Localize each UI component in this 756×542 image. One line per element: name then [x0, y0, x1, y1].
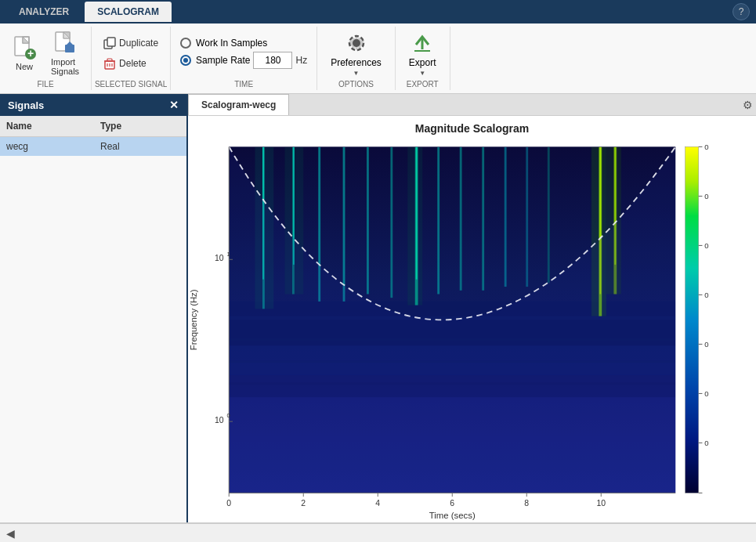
svg-rect-52	[407, 146, 422, 305]
svg-text:0.1: 0.1	[704, 439, 709, 447]
svg-text:0.2: 0.2	[704, 389, 709, 398]
sample-rate-option[interactable]: Sample Rate Hz	[180, 52, 307, 69]
sample-rate-input[interactable]	[253, 52, 292, 69]
signals-row-wecg[interactable]: wecg Real	[0, 137, 186, 156]
signal-type-wecg: Real	[94, 139, 186, 154]
tab-settings-icon[interactable]: ⚙	[740, 96, 756, 114]
svg-text:2: 2	[301, 499, 306, 508]
options-section-label: OPTIONS	[317, 80, 395, 89]
svg-text:8: 8	[524, 499, 529, 508]
work-in-samples-radio[interactable]	[180, 38, 191, 49]
svg-rect-44	[526, 146, 528, 287]
new-icon: +	[12, 35, 37, 60]
svg-text:4: 4	[375, 499, 380, 508]
svg-text:Time (secs): Time (secs)	[429, 511, 476, 520]
signal-name-wecg: wecg	[0, 139, 94, 154]
main-container: Signals ✕ Name Type wecg Real Scalogram-…	[0, 94, 756, 523]
svg-text:0.6: 0.6	[704, 192, 709, 201]
svg-text:+: +	[27, 47, 34, 60]
signals-name-header: Name	[0, 119, 94, 133]
time-options: Work In Samples Sample Rate Hz	[177, 34, 310, 72]
content-area: Scalogram-wecg ⚙ Magnitude Scalogram	[188, 94, 756, 522]
svg-rect-17	[107, 59, 112, 61]
left-arrow-icon[interactable]: ◀	[6, 527, 15, 540]
svg-text:0: 0	[226, 499, 231, 508]
ribbon-section-selected-signal: Duplicate Delete	[92, 27, 171, 90]
new-label: New	[16, 62, 33, 71]
signals-type-header: Type	[94, 119, 186, 133]
import-label: ImportSignals	[51, 57, 79, 76]
preferences-dropdown-icon: ▼	[353, 70, 360, 77]
delete-button[interactable]: Delete	[98, 54, 164, 73]
svg-text:10: 10	[215, 416, 224, 425]
gear-icon	[344, 31, 369, 56]
help-button[interactable]: ?	[732, 3, 750, 20]
signals-title: Signals	[8, 99, 44, 111]
tab-scalogram[interactable]: SCALOGRAM	[85, 2, 172, 22]
work-in-samples-option[interactable]: Work In Samples	[180, 38, 307, 49]
delete-label: Delete	[119, 58, 146, 69]
svg-text:Frequency (Hz): Frequency (Hz)	[189, 289, 198, 350]
svg-rect-45	[548, 146, 550, 283]
file-section-label: FILE	[0, 80, 91, 89]
svg-text:10: 10	[215, 254, 224, 262]
signals-table-header: Name Type	[0, 116, 186, 137]
ribbon-section-export: Export ▼ EXPORT	[396, 27, 450, 90]
tab-bar: Scalogram-wecg ⚙	[188, 94, 756, 116]
chart-area: Magnitude Scalogram	[188, 116, 756, 522]
ribbon-section-options: Preferences ▼ OPTIONS	[317, 27, 396, 90]
svg-rect-37	[390, 146, 392, 298]
preferences-label: Preferences	[331, 57, 382, 68]
preferences-button[interactable]: Preferences ▼	[324, 27, 389, 81]
svg-text:0.5: 0.5	[704, 241, 709, 250]
ribbon: + New ImportSignals FILE	[0, 23, 756, 94]
ribbon-section-time: Work In Samples Sample Rate Hz TIME	[171, 27, 317, 90]
signal-actions: Duplicate Delete	[98, 34, 164, 73]
svg-text:0.3: 0.3	[704, 340, 709, 349]
tab-scalogram-wecg[interactable]: Scalogram-wecg	[188, 94, 289, 115]
svg-text:0.4: 0.4	[704, 291, 709, 299]
import-signals-button[interactable]: ImportSignals	[45, 27, 85, 80]
selected-signal-label: SELECTED SIGNAL	[92, 80, 170, 89]
signals-header: Signals ✕	[0, 94, 186, 116]
status-bar: ◀	[0, 523, 756, 542]
export-button[interactable]: Export ▼	[402, 27, 443, 81]
time-section-label: TIME	[171, 80, 317, 89]
export-dropdown-icon: ▼	[419, 70, 425, 77]
sample-rate-radio[interactable]	[180, 55, 191, 66]
svg-rect-40	[437, 146, 439, 294]
duplicate-icon	[103, 37, 116, 49]
export-icon	[410, 31, 435, 56]
tab-analyzer[interactable]: ANALYZER	[6, 2, 81, 22]
svg-rect-42	[482, 146, 484, 290]
delete-icon	[103, 57, 116, 70]
ribbon-section-file: + New ImportSignals FILE	[0, 27, 92, 90]
import-icon	[52, 31, 78, 56]
svg-rect-11	[107, 38, 115, 46]
new-button[interactable]: + New	[6, 31, 42, 75]
tab-label: Scalogram-wecg	[201, 99, 276, 110]
svg-rect-41	[460, 146, 462, 290]
svg-text:0.7: 0.7	[704, 143, 709, 151]
svg-rect-36	[367, 146, 369, 294]
signals-panel: Signals ✕ Name Type wecg Real	[0, 94, 188, 522]
svg-rect-43	[505, 146, 507, 287]
hz-label: Hz	[295, 55, 307, 66]
title-bar: ANALYZER SCALOGRAM ?	[0, 0, 756, 23]
duplicate-button[interactable]: Duplicate	[98, 34, 164, 52]
svg-rect-81	[685, 146, 699, 493]
svg-text:10: 10	[596, 499, 606, 508]
svg-text:6: 6	[450, 499, 454, 508]
svg-text:0: 0	[226, 413, 230, 420]
export-label: Export	[409, 57, 436, 68]
svg-text:1: 1	[226, 251, 230, 258]
chart-svg: 10 1 10 0 0 2 4 6 8 10	[188, 139, 709, 522]
export-section-label: EXPORT	[396, 80, 450, 89]
duplicate-label: Duplicate	[119, 38, 158, 49]
work-in-samples-label: Work In Samples	[196, 38, 267, 49]
svg-rect-8	[65, 45, 74, 52]
svg-rect-35	[343, 146, 345, 301]
sample-rate-label: Sample Rate	[196, 55, 250, 66]
signals-close-icon[interactable]: ✕	[169, 99, 179, 111]
chart-title: Magnitude Scalogram	[188, 116, 756, 138]
